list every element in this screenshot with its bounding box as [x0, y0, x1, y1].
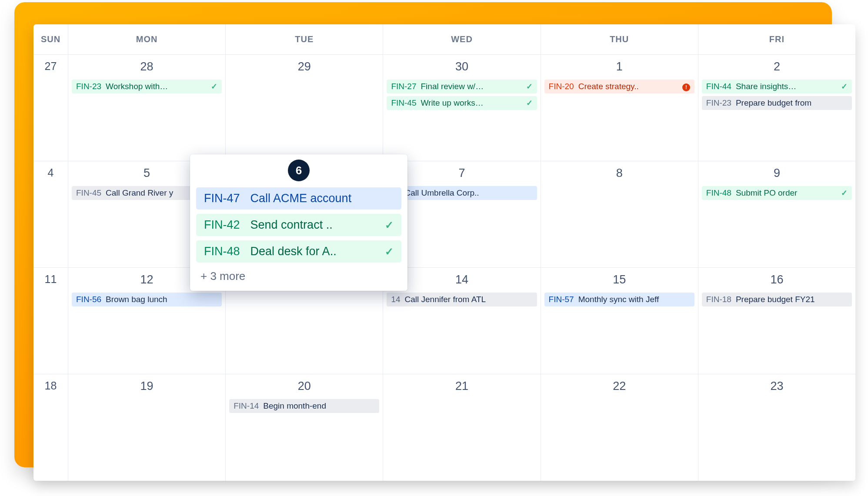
warning-icon: ! [682, 82, 690, 91]
event-key: FIN-47 [204, 192, 240, 205]
day-number: 29 [229, 60, 379, 73]
event-key: FIN-23 [706, 98, 731, 108]
calendar-event[interactable]: FIN-48Submit PO order✓ [702, 186, 852, 200]
event-key: FIN-44 [706, 82, 731, 91]
day-cell[interactable]: 30FIN-27Final review w/…✓FIN-45Write up … [383, 55, 541, 161]
day-number: 22 [544, 379, 694, 393]
popover-event[interactable]: FIN-47Call ACME account [196, 187, 401, 210]
day-number: 28 [72, 60, 222, 73]
day-cell[interactable]: 28FIN-23Workshop with…✓ [68, 55, 226, 161]
weeks-container: 2728FIN-23Workshop with…✓2930FIN-27Final… [33, 55, 855, 481]
check-icon: ✓ [385, 246, 394, 258]
event-label: Write up works… [421, 98, 526, 108]
week-row: 2728FIN-23Workshop with…✓2930FIN-27Final… [33, 55, 855, 161]
day-number: 27 [37, 60, 64, 73]
check-icon: ✓ [526, 82, 533, 91]
day-number: 9 [702, 166, 852, 180]
day-cell[interactable]: 9FIN-48Submit PO order✓ [698, 161, 855, 267]
event-key: FIN-20 [549, 82, 574, 91]
day-number: 23 [702, 379, 852, 393]
event-label: Call Jennifer from ATL [405, 295, 533, 304]
calendar-event[interactable]: FIN-56Brown bag lunch [72, 293, 222, 306]
popover-events: FIN-47Call ACME accountFIN-42Send contra… [196, 187, 401, 263]
calendar-event[interactable]: FIN-44Share insights…✓ [702, 80, 852, 93]
event-label: Workshop with… [106, 82, 211, 91]
day-cell[interactable]: 18 [33, 374, 68, 481]
event-key: FIN-57 [549, 295, 574, 304]
event-label: Monthly sync with Jeff [578, 295, 690, 304]
event-label: Begin month-end [263, 401, 375, 411]
day-header-mon: MON [68, 24, 226, 54]
day-number: 11 [37, 273, 64, 286]
day-cell[interactable]: 29 [226, 55, 383, 161]
day-header-thu: THU [541, 24, 698, 54]
event-key: FIN-56 [76, 295, 101, 304]
calendar-event[interactable]: FIN-45Write up works…✓ [387, 96, 537, 110]
event-label: Send contract .. [250, 218, 385, 232]
day-number: 4 [37, 166, 64, 179]
day-number: 30 [387, 60, 537, 73]
event-key: FIN-14 [234, 401, 259, 411]
check-icon: ✓ [841, 188, 848, 198]
day-cell[interactable]: 19 [68, 374, 226, 481]
day-header-row: SUN MON TUE WED THU FRI [33, 24, 855, 55]
day-number: 16 [702, 273, 852, 286]
day-cell[interactable]: 21 [383, 374, 541, 481]
event-label: Final review w/… [421, 82, 526, 91]
popover-event[interactable]: FIN-42Send contract ..✓ [196, 214, 401, 236]
day-cell[interactable]: 8 [541, 161, 698, 267]
day-cell[interactable]: 16FIN-18Prepare budget FY21 [698, 268, 855, 374]
day-number: 18 [37, 379, 64, 392]
calendar-event[interactable]: FIN-18Prepare budget FY21 [702, 293, 852, 306]
week-row: 45FIN-45Call Grand River y6727Call Umbre… [33, 161, 855, 268]
event-key: FIN-48 [706, 188, 731, 198]
event-key: FIN-27 [391, 82, 416, 91]
event-key: FIN-45 [391, 98, 416, 108]
event-label: Call Umbrella Corp.. [405, 188, 533, 198]
day-number: 1 [544, 60, 694, 73]
calendar-event[interactable]: FIN-14Begin month-end [229, 399, 379, 413]
event-label: Prepare budget from [736, 98, 848, 108]
calendar-event[interactable]: FIN-27Final review w/…✓ [387, 80, 537, 93]
day-cell[interactable]: 1FIN-20Create strategy..! [541, 55, 698, 161]
day-header-wed: WED [383, 24, 541, 54]
day-header-sun: SUN [33, 24, 68, 54]
event-label: Share insights… [736, 82, 841, 91]
day-cell[interactable]: 4 [33, 161, 68, 267]
calendar-event[interactable]: FIN-23Workshop with…✓ [72, 80, 222, 93]
check-icon: ✓ [211, 82, 217, 91]
calendar-event[interactable]: 27Call Umbrella Corp.. [387, 186, 537, 200]
event-label: Prepare budget FY21 [736, 295, 848, 304]
day-cell[interactable]: 2FIN-44Share insights…✓FIN-23Prepare bud… [698, 55, 855, 161]
calendar-event[interactable]: FIN-23Prepare budget from [702, 96, 852, 110]
event-label: Create strategy.. [578, 82, 682, 91]
event-key: FIN-45 [76, 188, 101, 198]
event-label: Call ACME account [250, 192, 394, 205]
event-key: FIN-23 [76, 82, 101, 91]
event-key: 14 [391, 295, 400, 304]
day-cell[interactable]: 15FIN-57Monthly sync with Jeff [541, 268, 698, 374]
day-cell[interactable]: 11 [33, 268, 68, 374]
check-icon: ✓ [526, 98, 533, 108]
day-number: 7 [387, 166, 537, 180]
day-number: 15 [544, 273, 694, 286]
calendar-event[interactable]: FIN-20Create strategy..! [544, 80, 694, 93]
event-key: FIN-48 [204, 245, 240, 258]
day-number: 2 [702, 60, 852, 73]
day-cell[interactable]: 27 [33, 55, 68, 161]
week-row: 1112FIN-56Brown bag lunch1414Call Jennif… [33, 268, 855, 374]
popover-more-link[interactable]: + 3 more [196, 267, 401, 283]
day-cell[interactable]: 22 [541, 374, 698, 481]
event-key: FIN-18 [706, 295, 731, 304]
week-row: 181920FIN-14Begin month-end212223 [33, 374, 855, 481]
day-cell[interactable]: 23 [698, 374, 855, 481]
day-number: 14 [387, 273, 537, 286]
day-popover[interactable]: 6 FIN-47Call ACME accountFIN-42Send cont… [190, 154, 407, 291]
calendar-panel: SUN MON TUE WED THU FRI 2728FIN-23Worksh… [33, 24, 855, 481]
calendar-event[interactable]: FIN-57Monthly sync with Jeff [544, 293, 694, 306]
check-icon: ✓ [841, 82, 848, 91]
popover-event[interactable]: FIN-48Deal desk for A..✓ [196, 240, 401, 263]
calendar-event[interactable]: 14Call Jennifer from ATL [387, 293, 537, 306]
day-header-fri: FRI [698, 24, 855, 54]
day-cell[interactable]: 20FIN-14Begin month-end [226, 374, 383, 481]
